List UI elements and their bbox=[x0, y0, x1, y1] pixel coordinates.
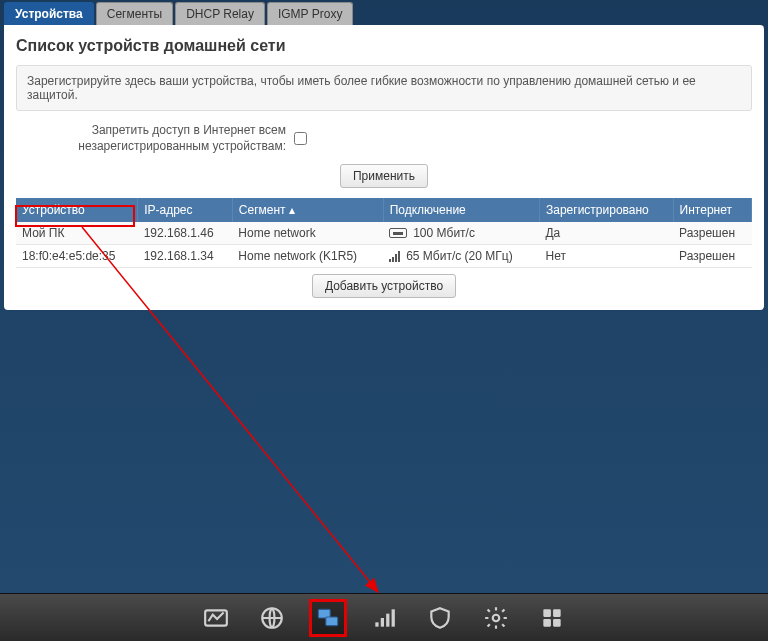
nav-apps-icon[interactable] bbox=[533, 599, 571, 637]
deny-unregistered-label: Запретить доступ в Интернет всем незарег… bbox=[16, 123, 286, 154]
nav-stats-icon[interactable] bbox=[197, 599, 235, 637]
svg-point-8 bbox=[493, 614, 500, 621]
cell-segment: Home network bbox=[232, 222, 383, 245]
cell-ip: 192.168.1.46 bbox=[138, 222, 233, 245]
svg-rect-12 bbox=[553, 619, 561, 627]
bottom-nav bbox=[0, 593, 768, 641]
table-row[interactable]: Мой ПК 192.168.1.46 Home network 100 Мби… bbox=[16, 222, 752, 245]
cell-internet: Разрешен bbox=[673, 245, 751, 268]
apply-button[interactable]: Применить bbox=[340, 164, 428, 188]
nav-globe-icon[interactable] bbox=[253, 599, 291, 637]
wifi-signal-icon bbox=[389, 250, 400, 262]
tab-devices[interactable]: Устройства bbox=[4, 2, 94, 25]
th-device[interactable]: Устройство bbox=[16, 198, 138, 222]
table-row[interactable]: 18:f0:e4:e5:de:35 192.168.1.34 Home netw… bbox=[16, 245, 752, 268]
cell-ip: 192.168.1.34 bbox=[138, 245, 233, 268]
th-internet[interactable]: Интернет bbox=[673, 198, 751, 222]
cell-device: Мой ПК bbox=[16, 222, 138, 245]
cell-connection: 65 Мбит/с (20 МГц) bbox=[383, 245, 539, 268]
info-message: Зарегистрируйте здесь ваши устройства, ч… bbox=[16, 65, 752, 111]
nav-settings-icon[interactable] bbox=[477, 599, 515, 637]
tab-igmp-proxy[interactable]: IGMP Proxy bbox=[267, 2, 353, 25]
svg-rect-5 bbox=[381, 618, 384, 627]
svg-rect-10 bbox=[553, 609, 561, 617]
th-segment[interactable]: Сегмент ▴ bbox=[232, 198, 383, 222]
device-list-panel: Список устройств домашней сети Зарегистр… bbox=[4, 25, 764, 310]
cell-registered: Да bbox=[539, 222, 673, 245]
svg-rect-11 bbox=[543, 619, 551, 627]
panel-title: Список устройств домашней сети bbox=[16, 37, 752, 55]
svg-rect-9 bbox=[543, 609, 551, 617]
add-device-button[interactable]: Добавить устройство bbox=[312, 274, 456, 298]
cell-registered: Нет bbox=[539, 245, 673, 268]
cell-segment: Home network (K1R5) bbox=[232, 245, 383, 268]
cell-device: 18:f0:e4:e5:de:35 bbox=[16, 245, 138, 268]
svg-rect-3 bbox=[326, 616, 338, 625]
svg-rect-4 bbox=[375, 622, 378, 626]
sort-indicator-icon: ▴ bbox=[289, 203, 295, 217]
tab-dhcp-relay[interactable]: DHCP Relay bbox=[175, 2, 265, 25]
th-ip[interactable]: IP-адрес bbox=[138, 198, 233, 222]
th-connection[interactable]: Подключение bbox=[383, 198, 539, 222]
deny-unregistered-checkbox[interactable] bbox=[294, 132, 307, 145]
cell-internet: Разрешен bbox=[673, 222, 751, 245]
svg-rect-7 bbox=[392, 609, 395, 626]
device-table: Устройство IP-адрес Сегмент ▴ Подключени… bbox=[16, 198, 752, 268]
deny-unregistered-row: Запретить доступ в Интернет всем незарег… bbox=[16, 123, 752, 154]
nav-wifi-icon[interactable] bbox=[365, 599, 403, 637]
nav-shield-icon[interactable] bbox=[421, 599, 459, 637]
svg-rect-6 bbox=[386, 613, 389, 626]
cell-connection: 100 Мбит/с bbox=[383, 222, 539, 245]
tab-segments[interactable]: Сегменты bbox=[96, 2, 173, 25]
ethernet-icon bbox=[389, 228, 407, 238]
nav-devices-icon[interactable] bbox=[309, 599, 347, 637]
th-registered[interactable]: Зарегистрировано bbox=[539, 198, 673, 222]
tab-bar: Устройства Сегменты DHCP Relay IGMP Prox… bbox=[0, 0, 768, 25]
